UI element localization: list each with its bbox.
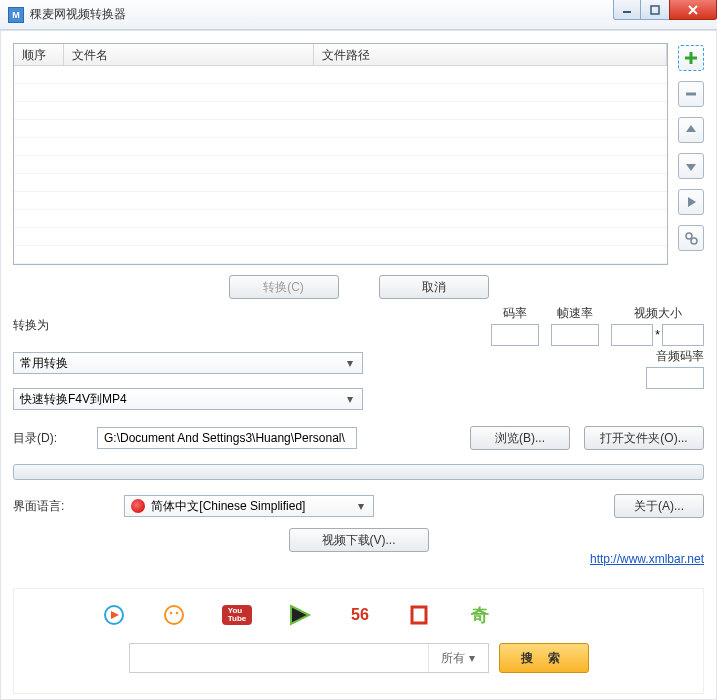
progress-bar bbox=[13, 464, 704, 480]
chevron-down-icon: ▾ bbox=[353, 499, 369, 513]
svg-rect-1 bbox=[651, 6, 659, 14]
bitrate-label: 码率 bbox=[503, 305, 527, 322]
search-input[interactable] bbox=[130, 644, 428, 672]
svg-point-16 bbox=[176, 612, 179, 615]
dir-row: 目录(D): 浏览(B)... 打开文件夹(O)... bbox=[13, 426, 704, 450]
dir-input[interactable] bbox=[97, 427, 357, 449]
search-category-value: 所有 bbox=[441, 650, 465, 667]
list-area: 顺序 文件名 文件路径 bbox=[13, 43, 704, 265]
svg-point-14 bbox=[165, 606, 183, 624]
convert-to-label: 转换为 bbox=[13, 317, 49, 334]
svg-point-11 bbox=[691, 238, 697, 244]
search-panel: YouTube 56 奇 所有 ▾ 搜 索 bbox=[13, 588, 704, 694]
list-body bbox=[14, 66, 667, 264]
file-list[interactable]: 顺序 文件名 文件路径 bbox=[13, 43, 668, 265]
language-value: 简体中文[Chinese Simplified] bbox=[151, 498, 353, 515]
site-icon-56[interactable]: 56 bbox=[348, 603, 372, 627]
preset-format-value: 快速转换F4V到MP4 bbox=[20, 391, 127, 408]
svg-marker-17 bbox=[291, 606, 309, 624]
multiply-icon: * bbox=[653, 324, 662, 346]
window-title: 稞麦网视频转换器 bbox=[30, 6, 126, 23]
svg-marker-8 bbox=[686, 164, 696, 171]
convert-button[interactable]: 转换(C) bbox=[229, 275, 339, 299]
list-header: 顺序 文件名 文件路径 bbox=[14, 44, 667, 66]
chevron-down-icon: ▾ bbox=[469, 651, 475, 665]
site-icon-ku6[interactable] bbox=[408, 603, 432, 627]
remove-button[interactable] bbox=[678, 81, 704, 107]
col-path[interactable]: 文件路径 bbox=[314, 44, 667, 65]
svg-rect-18 bbox=[412, 607, 426, 623]
download-row: 视频下载(V)... http://www.xmlbar.net bbox=[13, 528, 704, 552]
video-width-input[interactable] bbox=[611, 324, 653, 346]
svg-point-15 bbox=[170, 612, 173, 615]
svg-marker-9 bbox=[688, 197, 696, 207]
convert-section: 转换为 码率 帧速率 视频大小 * bbox=[13, 305, 704, 410]
chevron-down-icon: ▾ bbox=[342, 392, 358, 406]
side-buttons bbox=[678, 43, 704, 265]
col-name[interactable]: 文件名 bbox=[64, 44, 314, 65]
chevron-down-icon: ▾ bbox=[342, 356, 358, 370]
site-icon-iqiyi-play[interactable] bbox=[288, 603, 312, 627]
site-icon-youtube[interactable]: YouTube bbox=[222, 605, 252, 625]
app-icon: M bbox=[8, 7, 24, 23]
action-row: 转换(C) 取消 bbox=[13, 275, 704, 299]
audio-bitrate-label: 音频码率 bbox=[656, 348, 704, 365]
site-link[interactable]: http://www.xmlbar.net bbox=[590, 552, 704, 566]
language-combo[interactable]: 简体中文[Chinese Simplified] ▾ bbox=[124, 495, 374, 517]
move-up-button[interactable] bbox=[678, 117, 704, 143]
play-button[interactable] bbox=[678, 189, 704, 215]
video-site-icons: YouTube 56 奇 bbox=[34, 603, 683, 627]
flag-icon bbox=[131, 499, 145, 513]
close-button[interactable] bbox=[669, 0, 717, 20]
svg-point-10 bbox=[686, 233, 692, 239]
fps-input[interactable] bbox=[551, 324, 599, 346]
titlebar: M 稞麦网视频转换器 bbox=[0, 0, 717, 30]
video-download-button[interactable]: 视频下载(V)... bbox=[289, 528, 429, 552]
move-down-button[interactable] bbox=[678, 153, 704, 179]
site-icon-tudou[interactable] bbox=[162, 603, 186, 627]
site-icon-youku[interactable] bbox=[102, 603, 126, 627]
lang-label: 界面语言: bbox=[13, 498, 64, 515]
window-controls bbox=[614, 0, 717, 20]
videosize-label: 视频大小 bbox=[634, 305, 682, 322]
lang-row: 界面语言: 简体中文[Chinese Simplified] ▾ 关于(A)..… bbox=[13, 494, 704, 518]
search-button[interactable]: 搜 索 bbox=[499, 643, 589, 673]
params-group: 码率 帧速率 视频大小 * bbox=[491, 305, 704, 346]
preset-category-combo[interactable]: 常用转换 ▾ bbox=[13, 352, 363, 374]
bitrate-input[interactable] bbox=[491, 324, 539, 346]
cancel-button[interactable]: 取消 bbox=[379, 275, 489, 299]
fps-label: 帧速率 bbox=[557, 305, 593, 322]
browse-button[interactable]: 浏览(B)... bbox=[470, 426, 570, 450]
preset-category-value: 常用转换 bbox=[20, 355, 68, 372]
maximize-button[interactable] bbox=[640, 0, 670, 20]
search-row: 所有 ▾ 搜 索 bbox=[34, 643, 683, 673]
site-icon-qiyi[interactable]: 奇 bbox=[468, 603, 492, 627]
audio-bitrate-input[interactable] bbox=[646, 367, 704, 389]
about-button[interactable]: 关于(A)... bbox=[614, 494, 704, 518]
svg-marker-13 bbox=[111, 611, 119, 619]
preset-format-combo[interactable]: 快速转换F4V到MP4 ▾ bbox=[13, 388, 363, 410]
open-folder-button[interactable]: 打开文件夹(O)... bbox=[584, 426, 704, 450]
col-order[interactable]: 顺序 bbox=[14, 44, 64, 65]
dir-label: 目录(D): bbox=[13, 430, 83, 447]
add-button[interactable] bbox=[678, 45, 704, 71]
search-category-combo[interactable]: 所有 ▾ bbox=[428, 644, 488, 672]
video-height-input[interactable] bbox=[662, 324, 704, 346]
content: 顺序 文件名 文件路径 bbox=[0, 30, 717, 700]
svg-marker-7 bbox=[686, 125, 696, 132]
search-input-wrap: 所有 ▾ bbox=[129, 643, 489, 673]
minimize-button[interactable] bbox=[613, 0, 641, 20]
settings-button[interactable] bbox=[678, 225, 704, 251]
